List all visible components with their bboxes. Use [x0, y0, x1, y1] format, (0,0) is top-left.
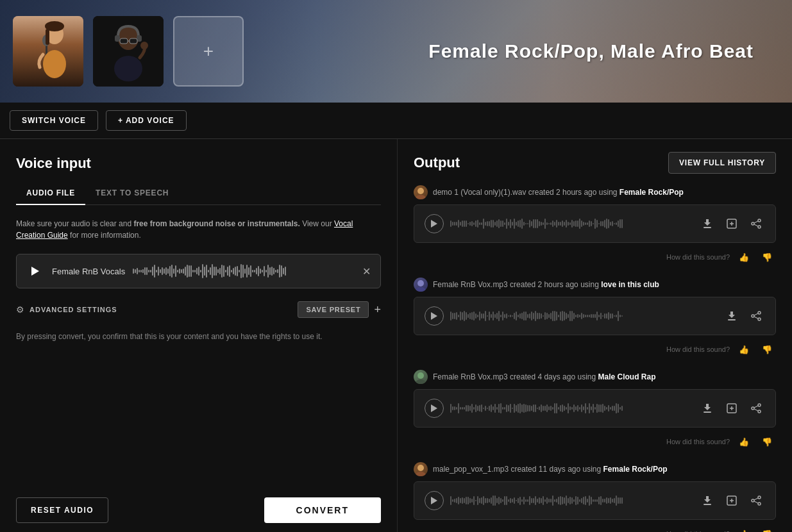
svg-rect-5 [46, 29, 49, 45]
output-play-1[interactable] [425, 214, 444, 233]
thumbs-down-3[interactable]: 👎 [758, 433, 776, 451]
tab-text-to-speech[interactable]: TEXT TO SPEECH [85, 183, 179, 205]
feedback-row-3: How did this sound? 👍 👎 [414, 433, 776, 451]
thumbs-up-1[interactable]: 👍 [735, 248, 753, 266]
output-meta-2: Female RnB Vox.mp3 created 2 hours ago u… [414, 278, 776, 292]
thumbs-down-4[interactable]: 👎 [758, 525, 776, 532]
view-history-button[interactable]: VIEW FULL HISTORY [668, 152, 776, 174]
output-avatar-2 [414, 278, 428, 292]
output-actions-3 [698, 399, 765, 417]
feedback-label-3: How did this sound? [666, 438, 730, 445]
add-to-project-button-3[interactable] [723, 399, 741, 417]
svg-point-14 [114, 56, 142, 81]
audio-player: Female RnB Vocals ✕ [16, 254, 381, 288]
feedback-label-1: How did this sound? [666, 253, 730, 261]
output-play-3[interactable] [425, 399, 444, 418]
share-button-3[interactable] [747, 399, 765, 417]
output-waveform-1 [450, 217, 692, 231]
svg-point-34 [758, 318, 761, 320]
svg-line-61 [754, 501, 758, 503]
tab-audio-file[interactable]: AUDIO FILE [16, 183, 85, 205]
output-meta-3: Female RnB Vox.mp3 created 4 days ago us… [414, 370, 776, 384]
output-item-3: Female RnB Vox.mp3 created 4 days ago us… [414, 370, 776, 451]
preset-controls: SAVE PRESET + [298, 301, 381, 318]
add-artist-card[interactable]: + [173, 16, 244, 87]
add-voice-button[interactable]: + ADD VOICE [106, 110, 187, 131]
save-preset-button[interactable]: SAVE PRESET [298, 301, 369, 318]
svg-point-39 [416, 379, 426, 384]
output-meta-4: male_pop_vox_1.mp3 created 11 days ago u… [414, 462, 776, 476]
thumbs-down-1[interactable]: 👎 [758, 248, 776, 266]
svg-point-46 [758, 410, 761, 413]
switch-voice-button[interactable]: SWITCH VOICE [10, 110, 98, 131]
share-button-2[interactable] [747, 307, 765, 325]
svg-line-37 [754, 317, 758, 319]
svg-marker-16 [31, 267, 39, 276]
svg-point-57 [758, 496, 761, 499]
audio-close-button[interactable]: ✕ [362, 265, 371, 278]
output-player-row-4 [425, 491, 765, 510]
share-button-4[interactable] [747, 492, 765, 510]
output-actions-4 [698, 492, 765, 510]
advanced-settings-label: ADVANCED SETTINGS [29, 306, 117, 313]
svg-line-48 [754, 406, 758, 408]
output-title: Output [414, 154, 460, 171]
right-panel: Output VIEW FULL HISTORY demo 1 (Vocal o… [398, 139, 792, 532]
voice-input-title: Voice input [16, 155, 381, 172]
thumbs-up-4[interactable]: 👍 [735, 525, 753, 532]
thumbs-up-2[interactable]: 👍 [735, 340, 753, 358]
svg-rect-11 [120, 38, 128, 44]
svg-point-45 [758, 404, 761, 406]
info-text: Make sure your audio is clear and free f… [16, 218, 381, 241]
svg-line-49 [754, 409, 758, 411]
output-player-row-2 [425, 306, 765, 326]
svg-rect-32 [728, 319, 736, 320]
svg-point-50 [417, 465, 424, 471]
output-avatar-4 [414, 462, 428, 476]
svg-point-26 [752, 222, 754, 225]
feedback-row-2: How did this sound? 👍 👎 [414, 340, 776, 358]
svg-line-36 [754, 313, 758, 315]
artist-thumb-female[interactable] [13, 16, 83, 87]
svg-point-15 [140, 42, 148, 49]
svg-point-29 [417, 280, 424, 287]
output-header: Output VIEW FULL HISTORY [414, 152, 776, 174]
output-player-2 [414, 297, 776, 335]
output-waveform-3 [450, 401, 692, 415]
add-preset-button[interactable]: + [374, 303, 381, 317]
reset-audio-button[interactable]: RESET AUDIO [16, 497, 108, 523]
svg-point-25 [758, 226, 761, 228]
output-waveform-2 [450, 309, 716, 323]
disclaimer-text: By pressing convert, you confirm that th… [16, 331, 381, 342]
svg-point-59 [752, 499, 754, 502]
download-button-4[interactable] [698, 492, 716, 510]
output-waveform-4 [450, 494, 692, 508]
download-button-2[interactable] [723, 307, 741, 325]
svg-marker-19 [431, 220, 437, 228]
share-button-1[interactable] [747, 215, 765, 233]
convert-button[interactable]: CONVERT [264, 497, 381, 523]
audio-play-button[interactable] [26, 262, 44, 280]
svg-marker-31 [431, 312, 437, 320]
advanced-settings-toggle[interactable]: ⚙ ADVANCED SETTINGS [16, 304, 117, 315]
svg-rect-53 [704, 504, 711, 505]
download-button-1[interactable] [698, 215, 716, 233]
svg-rect-41 [704, 411, 711, 413]
svg-marker-52 [431, 497, 437, 504]
thumbs-down-2[interactable]: 👎 [758, 340, 776, 358]
output-play-4[interactable] [425, 491, 444, 510]
audio-file-label: Female RnB Vocals [52, 267, 125, 276]
output-meta-text-4: male_pop_vox_1.mp3 created 11 days ago u… [433, 465, 668, 474]
add-icon: + [203, 41, 214, 62]
feedback-row-4: How did this sound? 👍 👎 [414, 525, 776, 532]
banner-title: Female Rock/Pop, Male Afro Beat [428, 40, 754, 62]
svg-line-27 [754, 221, 758, 223]
artist-thumb-male[interactable] [93, 16, 164, 87]
thumbs-up-3[interactable]: 👍 [735, 433, 753, 451]
feedback-row-1: How did this sound? 👍 👎 [414, 248, 776, 266]
output-play-2[interactable] [425, 306, 444, 326]
output-avatar-1 [414, 185, 428, 199]
download-button-3[interactable] [698, 399, 716, 417]
add-to-project-button-1[interactable] [723, 215, 741, 233]
add-to-project-button-4[interactable] [723, 492, 741, 510]
